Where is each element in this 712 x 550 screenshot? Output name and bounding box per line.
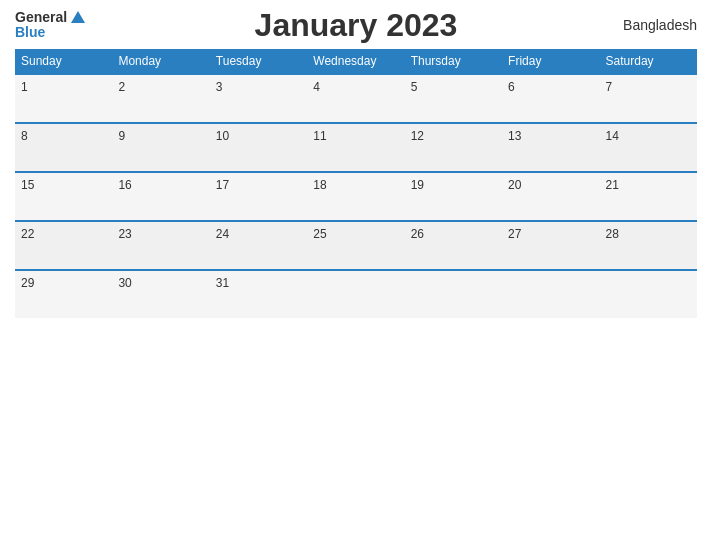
day-number: 27 [508, 227, 521, 241]
calendar-day-cell: 27 [502, 221, 599, 270]
calendar-day-cell: 31 [210, 270, 307, 318]
logo: General Blue [15, 10, 85, 41]
day-number: 15 [21, 178, 34, 192]
calendar-day-cell: 25 [307, 221, 404, 270]
calendar-day-cell: 26 [405, 221, 502, 270]
day-number: 24 [216, 227, 229, 241]
day-number: 10 [216, 129, 229, 143]
day-number: 14 [606, 129, 619, 143]
day-number: 2 [118, 80, 125, 94]
day-number: 1 [21, 80, 28, 94]
calendar-day-cell: 17 [210, 172, 307, 221]
day-number: 18 [313, 178, 326, 192]
day-number: 31 [216, 276, 229, 290]
calendar-day-cell: 11 [307, 123, 404, 172]
calendar-day-cell: 3 [210, 74, 307, 123]
calendar-day-cell: 18 [307, 172, 404, 221]
calendar-day-cell: 22 [15, 221, 112, 270]
calendar-day-cell: 23 [112, 221, 209, 270]
weekday-header-tuesday: Tuesday [210, 49, 307, 74]
day-number: 9 [118, 129, 125, 143]
day-number: 11 [313, 129, 326, 143]
day-number: 7 [606, 80, 613, 94]
weekday-header-saturday: Saturday [600, 49, 697, 74]
calendar-week-row: 891011121314 [15, 123, 697, 172]
calendar-header: General Blue January 2023 Bangladesh [15, 10, 697, 41]
calendar-day-cell: 21 [600, 172, 697, 221]
weekday-header-monday: Monday [112, 49, 209, 74]
calendar-day-cell: 30 [112, 270, 209, 318]
calendar-day-cell: 28 [600, 221, 697, 270]
logo-triangle-icon [71, 11, 85, 23]
day-number: 6 [508, 80, 515, 94]
country-label: Bangladesh [623, 17, 697, 33]
day-number: 17 [216, 178, 229, 192]
calendar-day-cell: 9 [112, 123, 209, 172]
calendar-day-cell: 1 [15, 74, 112, 123]
day-number: 21 [606, 178, 619, 192]
calendar-day-cell: 24 [210, 221, 307, 270]
day-number: 26 [411, 227, 424, 241]
weekday-header-friday: Friday [502, 49, 599, 74]
calendar-week-row: 22232425262728 [15, 221, 697, 270]
month-title: January 2023 [255, 7, 458, 44]
weekday-header-sunday: Sunday [15, 49, 112, 74]
day-number: 29 [21, 276, 34, 290]
calendar-day-cell: 7 [600, 74, 697, 123]
day-number: 8 [21, 129, 28, 143]
calendar-day-cell: 6 [502, 74, 599, 123]
day-number: 22 [21, 227, 34, 241]
calendar-day-cell: 10 [210, 123, 307, 172]
day-number: 5 [411, 80, 418, 94]
calendar-day-cell: 5 [405, 74, 502, 123]
day-number: 4 [313, 80, 320, 94]
calendar-day-cell: 29 [15, 270, 112, 318]
calendar-day-cell: 16 [112, 172, 209, 221]
calendar-day-cell [307, 270, 404, 318]
calendar-day-cell: 15 [15, 172, 112, 221]
calendar-day-cell: 8 [15, 123, 112, 172]
weekday-header-row: SundayMondayTuesdayWednesdayThursdayFrid… [15, 49, 697, 74]
calendar-week-row: 293031 [15, 270, 697, 318]
calendar-week-row: 15161718192021 [15, 172, 697, 221]
day-number: 30 [118, 276, 131, 290]
logo-general-text: General [15, 10, 67, 25]
day-number: 28 [606, 227, 619, 241]
calendar-day-cell: 13 [502, 123, 599, 172]
calendar-table: SundayMondayTuesdayWednesdayThursdayFrid… [15, 49, 697, 318]
calendar-day-cell: 14 [600, 123, 697, 172]
day-number: 19 [411, 178, 424, 192]
calendar-day-cell [405, 270, 502, 318]
calendar-day-cell [502, 270, 599, 318]
day-number: 23 [118, 227, 131, 241]
calendar-day-cell: 4 [307, 74, 404, 123]
calendar-day-cell: 19 [405, 172, 502, 221]
calendar-day-cell [600, 270, 697, 318]
weekday-header-wednesday: Wednesday [307, 49, 404, 74]
day-number: 25 [313, 227, 326, 241]
day-number: 20 [508, 178, 521, 192]
calendar-day-cell: 20 [502, 172, 599, 221]
day-number: 12 [411, 129, 424, 143]
weekday-header-thursday: Thursday [405, 49, 502, 74]
calendar-week-row: 1234567 [15, 74, 697, 123]
day-number: 13 [508, 129, 521, 143]
day-number: 16 [118, 178, 131, 192]
logo-blue-text: Blue [15, 25, 45, 40]
calendar-day-cell: 2 [112, 74, 209, 123]
day-number: 3 [216, 80, 223, 94]
calendar-day-cell: 12 [405, 123, 502, 172]
calendar-container: General Blue January 2023 Bangladesh Sun… [0, 0, 712, 550]
